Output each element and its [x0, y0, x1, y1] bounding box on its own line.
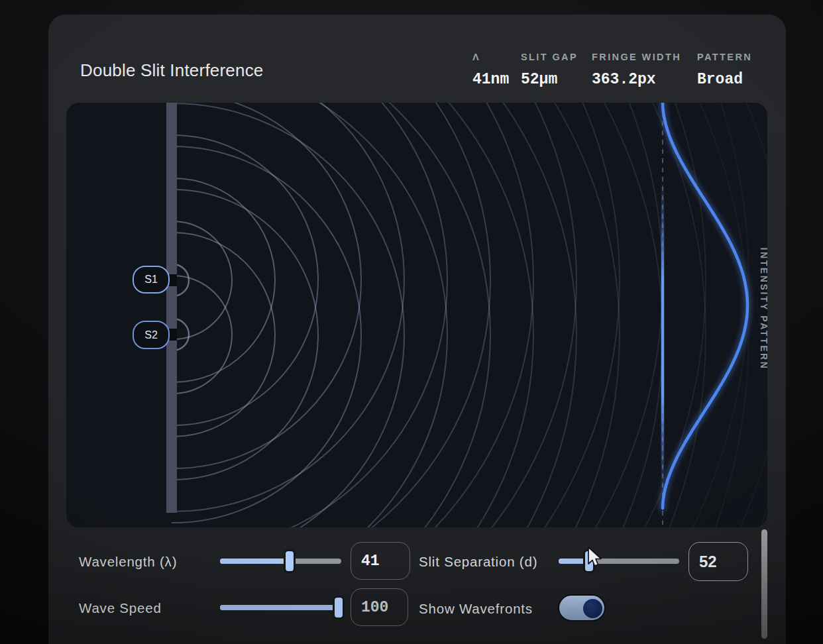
svg-text:INTENSITY PATTERN: INTENSITY PATTERN — [759, 248, 767, 370]
